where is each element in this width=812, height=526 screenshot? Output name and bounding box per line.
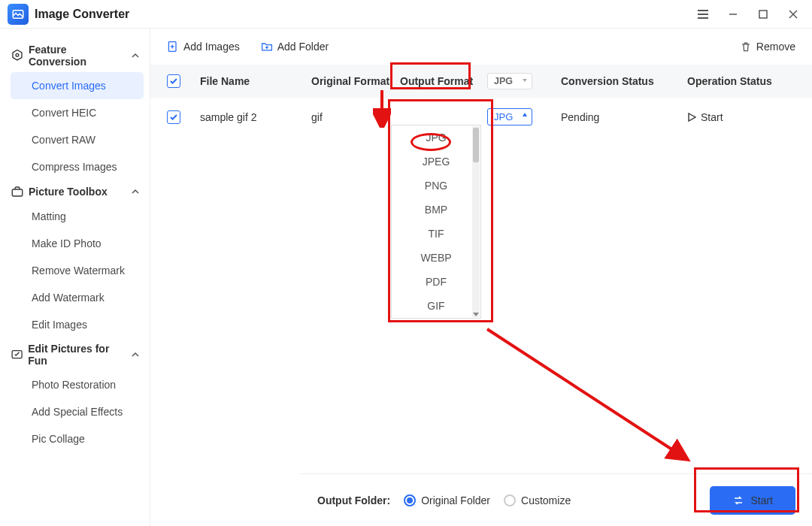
- button-label: Remove: [756, 41, 795, 53]
- row-start-button[interactable]: Start: [687, 111, 795, 123]
- svg-rect-2: [759, 11, 767, 18]
- dropdown-option-pdf[interactable]: PDF: [392, 270, 480, 294]
- sidebar-item-compress-images[interactable]: Compress Images: [11, 153, 144, 180]
- button-label: Start: [750, 494, 773, 506]
- app-title: Image Converter: [35, 8, 696, 21]
- svg-rect-6: [12, 189, 23, 196]
- titlebar: Image Converter: [0, 0, 812, 29]
- dropdown-option-webp[interactable]: WEBP: [392, 246, 480, 270]
- sidebar-item-convert-raw[interactable]: Convert RAW: [11, 126, 144, 153]
- cell-file-name: sample gif 2: [200, 111, 305, 123]
- add-images-button[interactable]: Add Images: [167, 41, 240, 53]
- main-area: Add Images Add Folder Remove File Name O…: [150, 29, 812, 526]
- footer: Output Folder: Original Folder Customize…: [301, 473, 812, 526]
- close-icon[interactable]: [786, 8, 800, 21]
- sidebar-item-edit-images[interactable]: Edit Images: [11, 311, 144, 338]
- output-format-dropdown[interactable]: JPG JPEG PNG BMP TIF WEBP PDF GIF: [391, 125, 481, 319]
- chevron-up-icon: [132, 50, 139, 62]
- sidebar-item-add-special-effects[interactable]: Add Special Effects: [11, 398, 144, 425]
- radio-customize[interactable]: Customize: [504, 494, 571, 506]
- start-button[interactable]: Start: [710, 486, 795, 515]
- dropdown-option-gif[interactable]: GIF: [392, 294, 480, 318]
- remove-button[interactable]: Remove: [740, 41, 795, 53]
- trash-icon: [740, 41, 752, 53]
- section-picture-toolbox[interactable]: Picture Toolbox: [11, 180, 144, 203]
- hamburger-icon[interactable]: [696, 8, 710, 21]
- window-controls: [696, 8, 800, 21]
- section-feature-conversion[interactable]: Feature Conversion: [11, 39, 144, 72]
- scroll-down-icon: [473, 313, 479, 316]
- header-output-format: Output Format: [400, 75, 481, 87]
- dropdown-option-png[interactable]: PNG: [392, 174, 480, 198]
- section-label: Edit Pictures for Fun: [28, 343, 127, 367]
- header-output-select[interactable]: JPG: [487, 73, 532, 89]
- sidebar-item-add-watermark[interactable]: Add Watermark: [11, 284, 144, 311]
- add-file-icon: [167, 41, 179, 53]
- sidebar-item-convert-heic[interactable]: Convert HEIC: [11, 99, 144, 126]
- add-folder-button[interactable]: Add Folder: [261, 41, 329, 53]
- toolbar: Add Images Add Folder Remove: [150, 29, 812, 65]
- maximize-icon[interactable]: [756, 8, 770, 21]
- table-header: File Name Original Format Output Format …: [150, 65, 812, 98]
- dropdown-option-bmp[interactable]: BMP: [392, 198, 480, 222]
- cell-conversion-status: Pending: [561, 111, 681, 123]
- sidebar-item-remove-watermark[interactable]: Remove Watermark: [11, 257, 144, 284]
- sidebar: Feature Conversion Convert Images Conver…: [0, 29, 150, 526]
- dropdown-scrollbar[interactable]: [472, 126, 480, 317]
- radio-original-folder[interactable]: Original Folder: [404, 494, 490, 506]
- svg-point-5: [16, 53, 19, 56]
- sidebar-item-convert-images[interactable]: Convert Images: [11, 72, 144, 99]
- play-icon: [687, 113, 696, 122]
- select-all-checkbox[interactable]: [167, 74, 180, 88]
- row-output-select[interactable]: JPG: [487, 108, 532, 125]
- header-file-name: File Name: [200, 75, 305, 87]
- app-logo: [8, 4, 29, 25]
- header-conversion-status: Conversion Status: [561, 75, 681, 87]
- dropdown-option-jpg[interactable]: JPG: [392, 125, 480, 150]
- radio-label: Original Folder: [421, 494, 490, 506]
- dropdown-option-jpeg[interactable]: JPEG: [392, 150, 480, 174]
- convert-icon: [732, 494, 744, 506]
- sidebar-item-pic-collage[interactable]: Pic Collage: [11, 425, 144, 452]
- radio-dot-icon: [404, 494, 416, 506]
- radio-dot-icon: [504, 494, 516, 506]
- dropdown-option-tif[interactable]: TIF: [392, 222, 480, 246]
- row-checkbox[interactable]: [167, 110, 180, 124]
- sparkle-icon: [11, 348, 23, 361]
- sidebar-item-make-id-photo[interactable]: Make ID Photo: [11, 230, 144, 257]
- cell-original-format: gif: [311, 111, 394, 123]
- chevron-up-icon: [132, 186, 139, 198]
- minimize-icon[interactable]: [726, 8, 740, 21]
- button-label: Add Folder: [277, 41, 329, 53]
- section-label: Feature Conversion: [29, 44, 127, 68]
- sidebar-item-photo-restoration[interactable]: Photo Restoration: [11, 371, 144, 398]
- add-folder-icon: [261, 41, 273, 53]
- section-label: Picture Toolbox: [29, 186, 108, 198]
- hexagon-icon: [11, 49, 24, 62]
- toolbox-icon: [11, 185, 24, 198]
- radio-label: Customize: [521, 494, 571, 506]
- header-original-format: Original Format: [311, 75, 394, 87]
- section-edit-pictures-for-fun[interactable]: Edit Pictures for Fun: [11, 338, 144, 371]
- button-label: Add Images: [183, 41, 240, 53]
- sidebar-item-matting[interactable]: Matting: [11, 203, 144, 230]
- output-folder-label: Output Folder:: [317, 494, 390, 506]
- button-label: Start: [701, 111, 723, 123]
- table-row: sample gif 2 gif JPG Pending Start: [150, 98, 812, 136]
- header-operation-status: Operation Status: [687, 75, 795, 87]
- chevron-up-icon: [132, 349, 139, 361]
